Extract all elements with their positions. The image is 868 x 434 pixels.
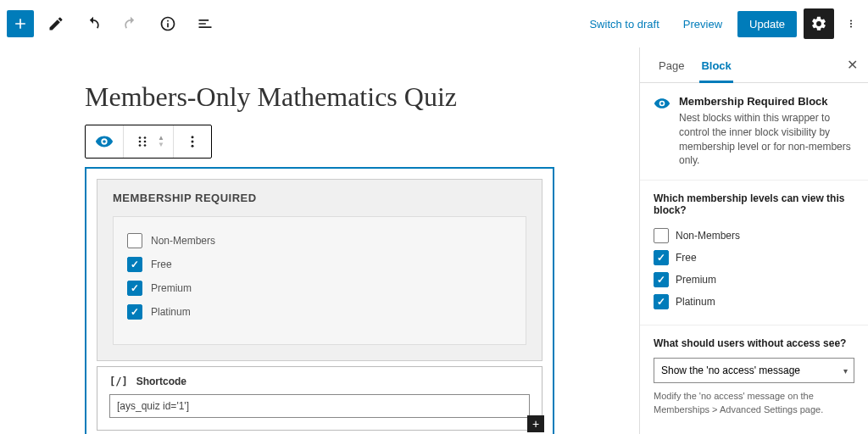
svg-point-4 [139, 141, 142, 143]
list-item: Free [127, 253, 512, 276]
tab-block[interactable]: Block [693, 47, 739, 82]
page-title[interactable]: Members-Only Mathematics Quiz [85, 81, 554, 113]
level-label: Non-Members [676, 230, 740, 242]
sidebar-block-title: Membership Required Block [679, 95, 854, 108]
svg-point-7 [144, 141, 147, 143]
shortcode-block[interactable]: [/] Shortcode + [97, 366, 542, 431]
levels-section-title: Which membership levels can view this bl… [654, 192, 854, 216]
checkbox[interactable] [654, 228, 669, 243]
checkbox[interactable] [127, 257, 142, 272]
no-access-hint: Modify the 'no access' message on the Me… [654, 390, 854, 416]
list-item: Premium [654, 269, 854, 291]
block-toolbar: ▲▼ [85, 125, 212, 159]
redo-button[interactable] [115, 8, 146, 39]
switch-to-draft-button[interactable]: Switch to draft [581, 13, 667, 36]
checkbox[interactable] [654, 294, 669, 309]
settings-gear-button[interactable] [804, 8, 834, 39]
svg-point-1 [850, 23, 852, 25]
svg-point-3 [139, 136, 142, 139]
membership-levels-list: Non-Members Free Premium Platinum [113, 216, 526, 345]
svg-point-2 [850, 26, 852, 28]
sidebar-tabs: Page Block ✕ [640, 47, 868, 83]
level-label: Free [151, 259, 172, 270]
shortcode-title: Shortcode [136, 376, 186, 387]
editor-canvas: Members-Only Mathematics Quiz ▲▼ [0, 47, 639, 434]
level-label: Free [676, 252, 697, 264]
list-item: Non-Members [127, 229, 512, 253]
list-item: Free [654, 247, 854, 269]
list-item: Premium [127, 276, 512, 300]
level-label: Platinum [151, 306, 191, 318]
membership-required-block[interactable]: MEMBERSHIP REQUIRED Non-Members Free Pre… [85, 167, 554, 434]
top-toolbar: Switch to draft Preview Update [0, 0, 868, 47]
level-label: Non-Members [151, 235, 215, 247]
tab-page[interactable]: Page [650, 47, 693, 82]
svg-point-10 [191, 141, 193, 143]
checkbox[interactable] [127, 281, 142, 296]
no-access-title: What should users without access see? [654, 337, 854, 349]
chevron-down-icon: ▾ [843, 366, 848, 376]
svg-point-11 [191, 145, 193, 147]
toolbar-left [7, 8, 220, 39]
undo-button[interactable] [78, 8, 108, 39]
svg-point-0 [850, 20, 852, 22]
level-label: Platinum [676, 296, 715, 308]
list-item: Platinum [654, 291, 854, 313]
info-button[interactable] [153, 8, 183, 39]
drag-handle-icon[interactable] [132, 131, 153, 152]
toolbar-right: Switch to draft Preview Update [581, 8, 861, 39]
checkbox[interactable] [127, 233, 142, 248]
move-arrows-icon[interactable]: ▲▼ [158, 135, 164, 148]
checkbox[interactable] [127, 304, 142, 320]
shortcode-icon: [/] [109, 376, 128, 387]
svg-point-5 [139, 144, 142, 147]
preview-button[interactable]: Preview [675, 13, 731, 36]
settings-sidebar: Page Block ✕ Membership Required Block N… [639, 47, 868, 434]
checkbox[interactable] [654, 272, 669, 287]
svg-point-6 [144, 136, 147, 139]
svg-point-9 [191, 136, 193, 138]
edit-mode-button[interactable] [41, 8, 71, 39]
svg-point-8 [144, 144, 147, 147]
shortcode-input[interactable] [109, 394, 530, 418]
visibility-icon[interactable] [94, 131, 114, 152]
no-access-select[interactable]: Show the 'no access' message [654, 358, 854, 383]
sidebar-block-description: Nest blocks within this wrapper to contr… [679, 111, 854, 168]
close-sidebar-icon[interactable]: ✕ [847, 57, 858, 73]
outline-button[interactable] [190, 8, 220, 39]
level-label: Premium [151, 282, 192, 294]
list-item: Platinum [127, 300, 512, 324]
checkbox[interactable] [654, 250, 669, 265]
block-more-icon[interactable] [182, 131, 203, 152]
level-label: Premium [676, 274, 716, 286]
update-button[interactable]: Update [737, 11, 797, 37]
block-type-icon [654, 95, 670, 114]
list-item: Non-Members [654, 225, 854, 247]
more-options-button[interactable] [841, 8, 861, 39]
membership-block-heading: MEMBERSHIP REQUIRED [97, 180, 542, 216]
block-appender-button[interactable]: + [527, 415, 544, 432]
add-block-button[interactable] [7, 10, 34, 37]
